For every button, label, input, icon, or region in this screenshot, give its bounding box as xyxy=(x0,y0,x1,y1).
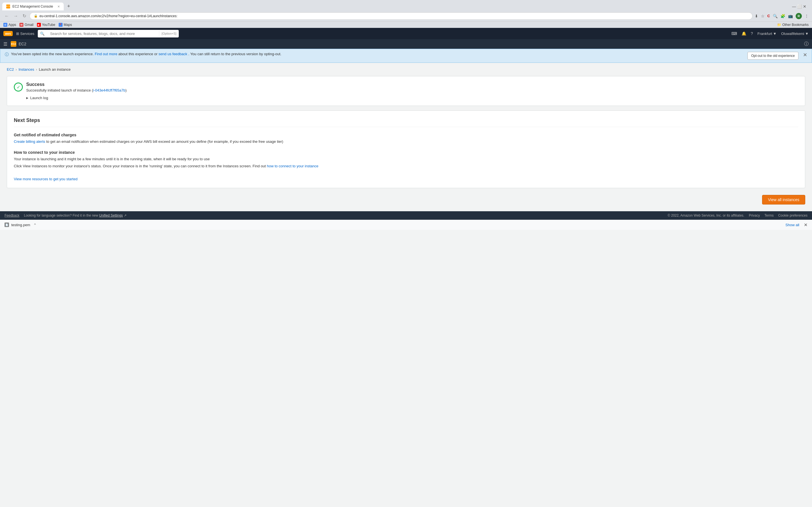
breadcrumb-sep-1: › xyxy=(15,67,17,71)
bookmarks-bar: ⊞ Apps M Gmail ▶ YouTube 📍 Maps 📁 Other … xyxy=(0,21,812,28)
services-button[interactable]: ⊞ Services xyxy=(16,32,35,36)
chrome-menu[interactable]: ⋮ xyxy=(805,14,809,18)
banner-close-button[interactable]: ✕ xyxy=(803,52,807,58)
find-out-more-link[interactable]: Find out more xyxy=(95,52,117,56)
ec2-service-label[interactable]: EC2 xyxy=(18,42,26,46)
download-file-name: testing.pem xyxy=(11,223,30,227)
bookmark-icon[interactable]: ☆ xyxy=(761,14,765,18)
aws-search-bar[interactable]: 🔍 [Option+S] xyxy=(38,30,179,38)
search-input[interactable] xyxy=(47,30,159,38)
send-feedback-link[interactable]: send us feedback xyxy=(158,52,187,56)
browser-chrome: EC2 EC2 Management Console × + — ⬜ ✕ ← →… xyxy=(0,0,812,28)
next-steps-title: Next Steps xyxy=(14,117,798,127)
info-panel-button[interactable]: ⓘ xyxy=(804,41,809,47)
privacy-link[interactable]: Privacy xyxy=(749,214,760,217)
extension-icon[interactable]: C xyxy=(767,14,770,18)
aws-logo[interactable]: aws xyxy=(3,31,13,36)
maps-favicon: 📍 xyxy=(59,23,63,27)
zoom-icon[interactable]: 🔍 xyxy=(773,14,777,18)
breadcrumb-instances[interactable]: Instances xyxy=(18,67,35,71)
bottom-actions: View all instances xyxy=(7,193,805,207)
lock-icon: 🔒 xyxy=(34,14,38,18)
browser-controls: ← → ↻ 🔒 eu-central-1.console.aws.amazon.… xyxy=(0,10,812,21)
user-menu[interactable]: Oluwafifekemi ▼ xyxy=(781,32,809,36)
billing-title: Get notified of estimated charges xyxy=(14,133,798,137)
aws-nav-icons: ⌨ 🔔 ? Frankfurt ▼ Oluwafifekemi ▼ xyxy=(731,31,809,36)
reload-button[interactable]: ↻ xyxy=(21,12,28,20)
banner-text-middle: about this experience or xyxy=(118,52,158,56)
success-content: Success Successfully initiated launch of… xyxy=(26,82,126,93)
region-selector[interactable]: Frankfurt ▼ xyxy=(758,32,777,36)
browser-window-controls: — ⬜ ✕ xyxy=(792,4,810,9)
launch-log-toggle[interactable]: ▶ Launch log xyxy=(26,96,48,100)
address-text: eu-central-1.console.aws.amazon.com/ec2/… xyxy=(40,14,748,18)
show-all-downloads-link[interactable]: Show all xyxy=(785,223,799,227)
address-bar[interactable]: 🔒 eu-central-1.console.aws.amazon.com/ec… xyxy=(30,12,753,20)
ec2-subnav: ☰ EC2 EC2 ⓘ xyxy=(0,39,812,49)
help-icon-button[interactable]: ? xyxy=(751,31,753,36)
other-bookmarks[interactable]: 📁 Other Bookmarks xyxy=(777,23,809,27)
forward-button[interactable]: → xyxy=(12,12,19,20)
download-icon[interactable]: ⬇ xyxy=(755,14,758,18)
user-chevron: ▼ xyxy=(805,32,809,36)
tab-close-button[interactable]: × xyxy=(57,4,60,9)
opt-out-button[interactable]: Opt-out to the old experience xyxy=(748,52,799,60)
view-all-instances-button[interactable]: View all instances xyxy=(762,195,805,205)
bell-icon-button[interactable]: 🔔 xyxy=(742,31,746,36)
success-desc-suffix: ) xyxy=(125,88,126,93)
feedback-link[interactable]: Feedback xyxy=(4,214,19,217)
browser-tab-bar: EC2 EC2 Management Console × + — ⬜ ✕ xyxy=(0,0,812,10)
billing-section: Get notified of estimated charges Create… xyxy=(14,133,798,145)
download-file-item: 📄 testing.pem ^ xyxy=(4,223,36,227)
view-more-resources-link[interactable]: View more resources to get you started xyxy=(14,177,78,181)
bookmark-youtube[interactable]: ▶ YouTube xyxy=(37,23,55,27)
tab-favicon: EC2 xyxy=(6,4,10,8)
download-chevron-icon[interactable]: ^ xyxy=(34,223,36,227)
copyright-text: © 2022, Amazon Web Services, Inc. or its… xyxy=(668,214,744,217)
breadcrumb: EC2 › Instances › Launch an instance xyxy=(7,67,805,71)
browser-tab-active[interactable]: EC2 EC2 Management Console × xyxy=(2,3,64,10)
download-bar-close-button[interactable]: ✕ xyxy=(804,222,808,228)
create-billing-alerts-link[interactable]: Create billing alerts xyxy=(14,139,45,144)
instance-id-link[interactable]: i-043e44fcff7f65a7b xyxy=(93,88,125,93)
username-label: Oluwafifekemi xyxy=(781,32,804,36)
hamburger-menu[interactable]: ☰ xyxy=(3,41,7,47)
gmail-favicon: M xyxy=(19,23,23,27)
success-icon: ✓ xyxy=(14,82,23,92)
download-bar: 📄 testing.pem ^ Show all ✕ xyxy=(0,220,812,230)
back-button[interactable]: ← xyxy=(3,12,10,20)
launch-log-section: ▶ Launch log xyxy=(26,96,798,100)
connect-section: How to connect to your instance Your ins… xyxy=(14,150,798,169)
triangle-icon: ▶ xyxy=(26,96,29,100)
extensions-icon[interactable]: 🧩 xyxy=(780,14,785,18)
profile-avatar[interactable]: R xyxy=(796,13,802,19)
breadcrumb-sep-2: › xyxy=(36,67,37,71)
region-chevron: ▼ xyxy=(773,32,777,36)
cast-icon[interactable]: 📺 xyxy=(788,14,793,18)
bookmark-maps[interactable]: 📍 Maps xyxy=(59,23,72,27)
breadcrumb-current: Launch an instance xyxy=(39,67,71,71)
bookmark-apps[interactable]: ⊞ Apps xyxy=(3,23,16,27)
apps-favicon: ⊞ xyxy=(3,23,7,27)
download-file-icon: 📄 xyxy=(4,223,9,227)
lang-text: Looking for language selection? Find it … xyxy=(24,214,98,217)
footer: Feedback Looking for language selection?… xyxy=(0,211,812,220)
info-banner-text: You've been opted into the new launch ex… xyxy=(11,52,745,56)
grid-icon: ⊞ xyxy=(16,32,19,36)
billing-desc: Create billing alerts to get an email no… xyxy=(14,139,798,145)
banner-text-end: . You can still return to the previous v… xyxy=(188,52,282,56)
footer-links: Privacy Terms Cookie preferences xyxy=(749,214,808,217)
bookmark-gmail[interactable]: M Gmail xyxy=(19,23,33,27)
how-to-connect-link[interactable]: how to connect to your instance xyxy=(267,164,318,168)
cookie-preferences-link[interactable]: Cookie preferences xyxy=(778,214,808,217)
new-tab-button[interactable]: + xyxy=(65,2,72,10)
search-icon: 🔍 xyxy=(38,30,47,38)
aws-top-nav: aws ⊞ Services 🔍 [Option+S] ⌨ 🔔 ? Frankf… xyxy=(0,28,812,39)
unified-settings-link-2[interactable]: Unified Settings xyxy=(99,214,123,217)
banner-text-prefix: You've been opted into the new launch ex… xyxy=(11,52,94,56)
launch-log-label: Launch log xyxy=(30,96,48,100)
terminal-icon-button[interactable]: ⌨ xyxy=(731,31,737,36)
breadcrumb-ec2[interactable]: EC2 xyxy=(7,67,14,71)
success-description: Successfully initiated launch of instanc… xyxy=(26,88,126,93)
terms-link[interactable]: Terms xyxy=(764,214,774,217)
